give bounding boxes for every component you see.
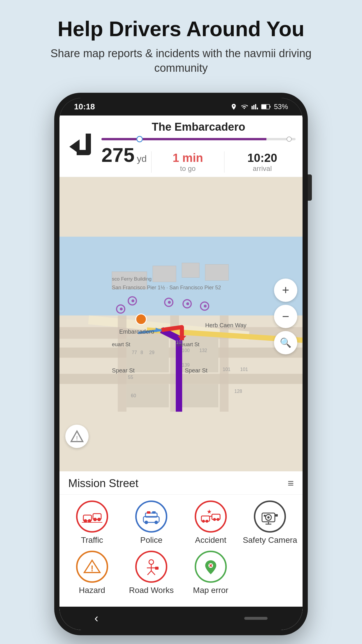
zoom-in-button[interactable]: + bbox=[274, 279, 297, 302]
signal-icon bbox=[251, 103, 258, 110]
location-icon bbox=[230, 103, 237, 110]
svg-rect-16 bbox=[220, 315, 229, 412]
svg-rect-69 bbox=[147, 511, 150, 514]
svg-text:132: 132 bbox=[199, 348, 207, 353]
search-map-button[interactable]: 🔍 bbox=[274, 331, 297, 354]
svg-marker-3 bbox=[69, 139, 80, 154]
report-grid-row1: Traffic P bbox=[59, 495, 303, 548]
page-subtitle: Share map reports & incidents with the n… bbox=[0, 46, 362, 75]
svg-rect-2 bbox=[262, 105, 266, 109]
back-button[interactable]: ‹ bbox=[94, 612, 98, 625]
svg-rect-1 bbox=[270, 106, 270, 108]
svg-text:29: 29 bbox=[149, 350, 154, 355]
report-item-safety-camera[interactable]: Safety Camera bbox=[240, 501, 300, 545]
svg-text:100: 100 bbox=[182, 348, 190, 353]
report-item-hazard[interactable]: ! Hazard bbox=[62, 551, 122, 595]
svg-rect-95 bbox=[155, 567, 159, 570]
wifi-icon bbox=[240, 103, 248, 110]
nav-street: The Embarcadero bbox=[101, 121, 296, 133]
svg-point-71 bbox=[145, 521, 148, 524]
svg-point-79 bbox=[213, 518, 216, 521]
svg-text:!: ! bbox=[91, 564, 94, 573]
map-area: Embarcadero Steuart St euart St Spear St… bbox=[59, 177, 303, 471]
nav-time-label: to go bbox=[154, 164, 221, 173]
report-grid-row2: ! Hazard bbox=[59, 548, 303, 601]
nav-arrival-label: arrival bbox=[229, 164, 296, 173]
status-bar: 10:18 53% bbox=[59, 98, 303, 116]
home-button[interactable] bbox=[244, 617, 268, 620]
nav-header: The Embarcadero 275 yd 1 min bbox=[59, 116, 303, 177]
accident-icon-circle: ★ bbox=[195, 501, 227, 533]
svg-text:!: ! bbox=[76, 435, 78, 442]
hazard-icon: ! bbox=[82, 558, 102, 575]
road-works-icon-circle bbox=[135, 551, 167, 583]
accident-icon: ★ bbox=[201, 508, 221, 525]
map-error-icon-circle bbox=[195, 551, 227, 583]
nav-distance: 275 bbox=[101, 145, 134, 165]
svg-point-44 bbox=[204, 304, 207, 307]
zoom-out-button[interactable]: − bbox=[274, 305, 297, 328]
nav-time-value: 1 min bbox=[154, 151, 221, 164]
svg-line-93 bbox=[147, 571, 151, 575]
traffic-icon-circle bbox=[76, 501, 108, 533]
hazard-label: Hazard bbox=[79, 586, 105, 595]
report-item-police[interactable]: Police bbox=[122, 501, 181, 545]
svg-rect-6 bbox=[153, 266, 176, 282]
svg-point-64 bbox=[93, 518, 97, 521]
police-icon-circle bbox=[135, 501, 167, 533]
safety-camera-icon-circle bbox=[254, 501, 286, 533]
svg-point-38 bbox=[120, 307, 123, 310]
hamburger-menu-icon[interactable]: ≡ bbox=[288, 477, 294, 489]
svg-point-77 bbox=[202, 520, 205, 523]
svg-point-83 bbox=[267, 516, 270, 519]
svg-text:77: 77 bbox=[132, 350, 137, 355]
report-item-accident[interactable]: ★ Accident bbox=[181, 501, 240, 545]
svg-line-94 bbox=[151, 571, 155, 575]
accident-label: Accident bbox=[195, 536, 226, 545]
svg-text:Embarcadero: Embarcadero bbox=[119, 328, 154, 335]
svg-rect-85 bbox=[264, 515, 266, 517]
svg-text:55: 55 bbox=[128, 374, 133, 379]
battery-icon bbox=[261, 103, 271, 110]
svg-point-72 bbox=[154, 521, 158, 524]
svg-rect-4 bbox=[59, 237, 303, 321]
svg-point-80 bbox=[217, 518, 219, 521]
report-hazard-button[interactable]: ! bbox=[65, 425, 89, 448]
page-title: Help Drivers Around You bbox=[58, 18, 305, 41]
traffic-icon bbox=[82, 508, 102, 525]
nav-distance-unit: yd bbox=[137, 153, 147, 164]
svg-point-65 bbox=[97, 518, 101, 521]
phone-screen: 10:18 53% bbox=[59, 98, 303, 630]
battery-percent: 53% bbox=[274, 103, 288, 111]
bottom-street-name: Mission Street bbox=[68, 477, 138, 490]
safety-camera-icon bbox=[260, 508, 280, 525]
warning-icon: ! bbox=[70, 430, 84, 443]
svg-point-90 bbox=[149, 560, 154, 564]
svg-line-75 bbox=[209, 516, 212, 517]
svg-point-36 bbox=[131, 299, 134, 302]
phone-frame: 10:18 53% bbox=[54, 93, 308, 635]
bottom-panel: Mission Street ≡ bbox=[59, 471, 303, 607]
svg-rect-8 bbox=[205, 264, 229, 280]
report-item-map-error[interactable]: Map error bbox=[181, 551, 240, 595]
svg-rect-7 bbox=[182, 263, 199, 277]
svg-text:Spear St: Spear St bbox=[112, 367, 135, 373]
svg-rect-17 bbox=[126, 337, 169, 360]
status-icons: 53% bbox=[230, 103, 288, 111]
svg-rect-22 bbox=[179, 384, 218, 407]
map-error-icon bbox=[201, 558, 221, 575]
nav-arrival-value: 10:20 bbox=[229, 151, 296, 164]
status-time: 10:18 bbox=[74, 102, 95, 111]
traffic-label: Traffic bbox=[81, 536, 103, 545]
svg-text:139: 139 bbox=[182, 362, 190, 367]
svg-text:101: 101 bbox=[223, 367, 231, 372]
road-works-icon bbox=[141, 558, 161, 575]
distance-display: 275 yd bbox=[101, 145, 147, 165]
report-item-road-works[interactable]: Road Works bbox=[122, 551, 181, 595]
report-item-traffic[interactable]: Traffic bbox=[62, 501, 122, 545]
svg-text:Herb Caen Way: Herb Caen Way bbox=[205, 322, 247, 328]
bottom-street-header: Mission Street ≡ bbox=[59, 471, 303, 495]
svg-text:60: 60 bbox=[131, 393, 136, 398]
svg-text:8: 8 bbox=[140, 350, 143, 355]
svg-text:Spear St: Spear St bbox=[185, 367, 208, 373]
